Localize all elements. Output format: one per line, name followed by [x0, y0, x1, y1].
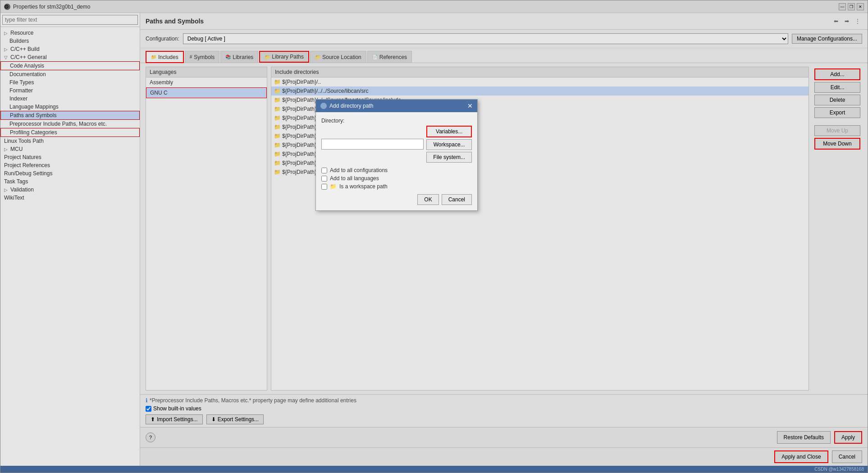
add-to-all-configs-row: Add to all configurations: [321, 167, 472, 173]
add-to-all-configs-label: Add to all configurations: [330, 167, 388, 173]
modal-ok-button[interactable]: OK: [417, 194, 439, 205]
modal-body: Directory: Variables... Workspace... Fil…: [316, 112, 477, 210]
add-to-all-langs-label: Add to all languages: [330, 175, 379, 182]
modal-checkboxes: Add to all configurations Add to all lan…: [321, 167, 472, 190]
modal-close-button[interactable]: ✕: [467, 102, 473, 109]
directory-input-row: Variables... Workspace... File system...: [321, 126, 472, 163]
add-to-all-configs-checkbox[interactable]: [321, 168, 327, 173]
modal-ok-cancel-row: OK Cancel: [321, 194, 472, 205]
directory-input[interactable]: [321, 139, 424, 150]
modal-title-text: Add directory path: [329, 103, 467, 109]
modal-title-icon: [320, 103, 327, 109]
file-system-button[interactable]: File system...: [426, 152, 472, 163]
variables-button[interactable]: Variables...: [426, 126, 472, 137]
add-to-all-langs-checkbox[interactable]: [321, 176, 327, 182]
modal-overlay: Add directory path ✕ Directory: Variable…: [0, 0, 868, 473]
add-to-all-langs-row: Add to all languages: [321, 175, 472, 182]
modal-titlebar: Add directory path ✕: [316, 100, 477, 112]
modal-cancel-button[interactable]: Cancel: [442, 194, 472, 205]
modal-right-buttons: Variables... Workspace... File system...: [426, 126, 472, 163]
workspace-button[interactable]: Workspace...: [426, 139, 472, 150]
folder-checkbox-icon: 📁: [330, 183, 337, 190]
is-workspace-path-label: Is a workspace path: [339, 183, 388, 190]
is-workspace-path-checkbox[interactable]: [321, 184, 327, 190]
add-directory-dialog: Add directory path ✕ Directory: Variable…: [315, 99, 478, 211]
is-workspace-path-row: 📁 Is a workspace path: [321, 183, 472, 190]
directory-label: Directory:: [321, 118, 472, 124]
